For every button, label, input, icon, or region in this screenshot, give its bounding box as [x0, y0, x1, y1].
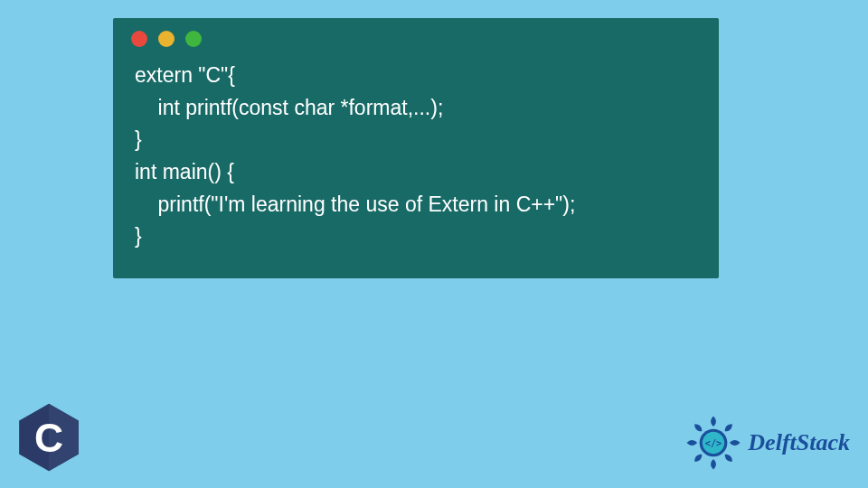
delftstack-text: DelftStack — [748, 429, 850, 456]
delftstack-logo: </> DelftStack — [684, 414, 850, 472]
traffic-light-close-icon — [131, 31, 147, 47]
window-titlebar — [113, 18, 719, 54]
c-language-logo-icon: C — [16, 401, 81, 474]
code-line: int main() { — [135, 160, 234, 183]
code-line: printf("I'm learning the use of Extern i… — [135, 192, 575, 216]
traffic-light-maximize-icon — [185, 31, 202, 47]
delftstack-badge-icon: </> — [684, 414, 742, 472]
delft-badge-inner: </> — [705, 437, 722, 448]
code-window: extern "C"{ int printf(const char *forma… — [113, 18, 719, 278]
code-line: } — [135, 224, 142, 248]
code-block: extern "C"{ int printf(const char *forma… — [113, 54, 719, 253]
code-line: } — [135, 127, 142, 151]
c-logo-letter: C — [34, 416, 63, 460]
code-line: int printf(const char *format,...); — [135, 96, 443, 119]
traffic-light-minimize-icon — [158, 31, 175, 47]
code-line: extern "C"{ — [135, 63, 235, 87]
